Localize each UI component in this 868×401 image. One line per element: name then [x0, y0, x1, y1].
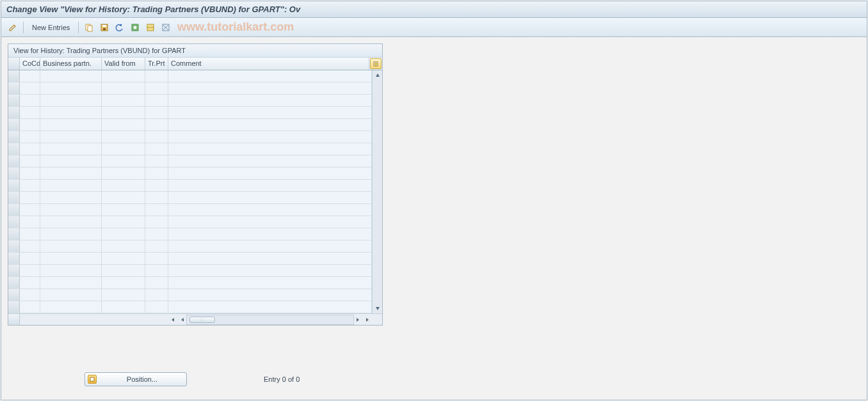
cell-comment[interactable] [168, 240, 372, 252]
row-selector[interactable] [8, 216, 20, 228]
cell-comment[interactable] [168, 143, 372, 155]
row-selector[interactable] [8, 143, 20, 155]
row-selector[interactable] [8, 265, 20, 276]
cell-cocd[interactable] [20, 204, 40, 216]
cell-trprt[interactable] [145, 155, 168, 167]
cell-comment[interactable] [168, 301, 372, 313]
select-all-button[interactable] [129, 21, 141, 34]
table-row[interactable] [8, 253, 372, 265]
cell-valid-from[interactable] [102, 131, 145, 143]
cell-trprt[interactable] [145, 70, 168, 82]
table-row[interactable] [8, 143, 372, 155]
scroll-left-icon[interactable] [177, 315, 186, 324]
table-row[interactable] [8, 70, 372, 83]
cell-comment[interactable] [168, 168, 372, 179]
cell-cocd[interactable] [20, 70, 40, 82]
row-selector[interactable] [8, 95, 20, 106]
table-row[interactable] [8, 277, 372, 289]
row-selector[interactable] [8, 119, 20, 130]
cell-trprt[interactable] [145, 277, 168, 288]
vertical-scrollbar[interactable] [372, 70, 382, 313]
cell-business-partner[interactable] [40, 192, 102, 203]
cell-comment[interactable] [168, 107, 372, 118]
table-row[interactable] [8, 204, 372, 216]
cell-business-partner[interactable] [40, 240, 102, 252]
cell-trprt[interactable] [145, 143, 168, 155]
cell-trprt[interactable] [145, 83, 168, 94]
cell-valid-from[interactable] [102, 253, 145, 264]
cell-trprt[interactable] [145, 240, 168, 252]
cell-valid-from[interactable] [102, 180, 145, 191]
row-selector-header[interactable] [8, 58, 20, 70]
cell-trprt[interactable] [145, 228, 168, 240]
scroll-down-icon[interactable] [373, 304, 382, 313]
row-selector[interactable] [8, 253, 20, 264]
cell-business-partner[interactable] [40, 168, 102, 179]
cell-valid-from[interactable] [102, 301, 145, 313]
cell-comment[interactable] [168, 180, 372, 191]
row-selector[interactable] [8, 180, 20, 191]
cell-business-partner[interactable] [40, 180, 102, 191]
cell-cocd[interactable] [20, 277, 40, 288]
undo-button[interactable] [113, 21, 126, 34]
save-button[interactable] [98, 21, 111, 34]
scroll-right-last-icon[interactable] [363, 315, 372, 324]
cell-business-partner[interactable] [40, 107, 102, 118]
column-header-trprt[interactable]: Tr.Prt [145, 58, 168, 70]
cell-comment[interactable] [168, 216, 372, 228]
cell-valid-from[interactable] [102, 216, 145, 228]
cell-business-partner[interactable] [40, 131, 102, 143]
cell-business-partner[interactable] [40, 70, 102, 82]
scroll-up-icon[interactable] [373, 71, 382, 80]
cell-cocd[interactable] [20, 216, 40, 228]
cell-valid-from[interactable] [102, 204, 145, 216]
cell-trprt[interactable] [145, 119, 168, 130]
scroll-left-first-icon[interactable] [168, 315, 177, 324]
column-header-valid-from[interactable]: Valid from [102, 58, 145, 70]
row-selector[interactable] [8, 228, 20, 240]
cell-comment[interactable] [168, 253, 372, 264]
table-row[interactable] [8, 155, 372, 168]
row-selector[interactable] [8, 107, 20, 118]
cell-trprt[interactable] [145, 289, 168, 301]
column-header-cocd[interactable]: CoCd [20, 58, 40, 70]
cell-trprt[interactable] [145, 95, 168, 106]
row-selector[interactable] [8, 131, 20, 143]
table-row[interactable] [8, 228, 372, 240]
row-selector[interactable] [8, 301, 20, 313]
cell-trprt[interactable] [145, 265, 168, 276]
cell-trprt[interactable] [145, 192, 168, 203]
table-row[interactable] [8, 240, 372, 253]
cell-valid-from[interactable] [102, 289, 145, 301]
row-selector[interactable] [8, 83, 20, 94]
table-settings-button[interactable] [370, 58, 382, 69]
cell-cocd[interactable] [20, 119, 40, 130]
cell-cocd[interactable] [20, 83, 40, 94]
new-entries-button[interactable]: New Entries [28, 21, 74, 34]
cell-trprt[interactable] [145, 107, 168, 118]
table-row[interactable] [8, 131, 372, 143]
cell-valid-from[interactable] [102, 192, 145, 203]
cell-cocd[interactable] [20, 131, 40, 143]
row-selector[interactable] [8, 155, 20, 167]
cell-valid-from[interactable] [102, 155, 145, 167]
cell-business-partner[interactable] [40, 277, 102, 288]
deselect-all-button[interactable] [159, 21, 172, 34]
cell-cocd[interactable] [20, 168, 40, 179]
cell-cocd[interactable] [20, 240, 40, 252]
horizontal-scrollbar[interactable]: ::: [186, 315, 354, 325]
cell-valid-from[interactable] [102, 83, 145, 94]
row-selector[interactable] [8, 168, 20, 179]
change-button[interactable] [6, 21, 19, 34]
cell-valid-from[interactable] [102, 277, 145, 288]
cell-valid-from[interactable] [102, 265, 145, 276]
cell-valid-from[interactable] [102, 143, 145, 155]
cell-comment[interactable] [168, 277, 372, 288]
cell-comment[interactable] [168, 289, 372, 301]
table-row[interactable] [8, 168, 372, 180]
cell-comment[interactable] [168, 131, 372, 143]
row-selector[interactable] [8, 70, 20, 82]
cell-business-partner[interactable] [40, 289, 102, 301]
cell-business-partner[interactable] [40, 253, 102, 264]
column-header-comment[interactable]: Comment [168, 58, 369, 70]
